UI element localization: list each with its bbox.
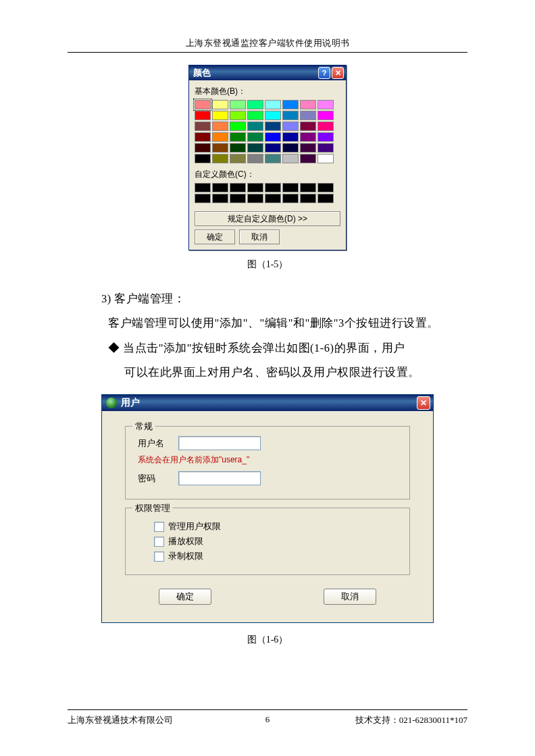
username-input[interactable] [178,436,261,450]
section-3-heading: 3) 客户端管理： [101,287,453,311]
color-swatch[interactable] [247,111,263,120]
color-swatch[interactable] [212,122,228,131]
color-swatch[interactable] [282,122,299,131]
color-swatch[interactable] [317,154,334,163]
color-swatch[interactable] [317,132,334,142]
user-dialog: 用户 ✕ 常规 用户名 系统会在用户名前添加"usera_" 密码 权限管理 [101,394,434,623]
custom-color-swatch[interactable] [247,183,263,192]
color-swatch[interactable] [300,122,316,131]
color-swatch[interactable] [265,132,281,142]
user-ok-button[interactable]: 确定 [159,589,211,605]
footer-page-number: 6 [68,714,467,725]
color-swatch[interactable] [282,100,299,109]
user-dialog-icon [106,398,117,408]
username-hint: 系统会在用户名前添加"usera_" [138,454,397,466]
color-swatch[interactable] [265,143,281,153]
color-swatch[interactable] [212,111,228,120]
color-swatch[interactable] [195,154,211,163]
bullet-1-line2: 可以在此界面上对用户名、密码以及用户权限进行设置。 [124,360,453,385]
color-swatch[interactable] [282,132,299,142]
color-swatch[interactable] [282,143,299,153]
custom-color-swatch[interactable] [212,194,228,203]
user-dialog-titlebar: 用户 ✕ [102,395,433,411]
custom-color-swatch[interactable] [300,183,316,192]
custom-color-swatch[interactable] [300,194,316,203]
color-swatch[interactable] [247,154,263,163]
color-dialog-title: 颜色 [193,67,211,79]
custom-color-swatch[interactable] [317,183,334,192]
color-swatch[interactable] [300,154,316,163]
color-swatch[interactable] [195,143,211,153]
color-swatch[interactable] [230,154,246,163]
footer-divider [68,709,467,710]
header-divider [68,52,467,53]
custom-color-swatch[interactable] [282,194,299,203]
color-swatch[interactable] [212,143,228,153]
help-button[interactable]: ? [318,67,330,79]
password-input[interactable] [178,471,261,485]
color-swatch[interactable] [317,122,334,131]
custom-colors-label: 自定义颜色(C)： [195,169,340,180]
color-swatch[interactable] [230,111,246,120]
custom-color-swatch[interactable] [212,183,228,192]
custom-color-swatch[interactable] [265,183,281,192]
color-swatch[interactable] [247,122,263,131]
color-swatch[interactable] [195,122,211,131]
basic-colors-label: 基本颜色(B)： [195,86,340,97]
custom-color-swatch[interactable] [195,183,211,192]
user-cancel-button[interactable]: 取消 [324,589,376,605]
color-swatch[interactable] [195,132,211,142]
playback-checkbox[interactable] [154,537,164,547]
color-swatch[interactable] [230,132,246,142]
user-dialog-title: 用户 [121,397,140,409]
color-ok-button[interactable]: 确定 [195,230,235,244]
color-swatch[interactable] [300,143,316,153]
color-swatch[interactable] [195,100,211,109]
basic-colors-grid [195,100,340,163]
username-label: 用户名 [138,437,178,450]
color-swatch[interactable] [247,132,263,142]
custom-color-swatch[interactable] [282,183,299,192]
color-swatch[interactable] [212,100,228,109]
color-dialog-titlebar: 颜色 ? ✕ [189,65,346,80]
record-checkbox[interactable] [154,551,164,562]
color-swatch[interactable] [317,100,334,109]
close-button[interactable]: ✕ [332,67,344,79]
color-swatch[interactable] [282,154,299,163]
custom-color-swatch[interactable] [230,194,246,203]
color-swatch[interactable] [247,143,263,153]
color-swatch[interactable] [300,132,316,142]
color-swatch[interactable] [300,100,316,109]
color-cancel-button[interactable]: 取消 [239,230,280,244]
color-swatch[interactable] [247,100,263,109]
custom-color-swatch[interactable] [247,194,263,203]
color-swatch[interactable] [230,122,246,131]
custom-color-swatch[interactable] [230,183,246,192]
color-swatch[interactable] [265,122,281,131]
color-swatch[interactable] [317,143,334,153]
color-swatch[interactable] [300,111,316,120]
custom-color-swatch[interactable] [195,194,211,203]
color-swatch[interactable] [195,111,211,120]
define-custom-color-button[interactable]: 规定自定义颜色(D) >> [195,211,340,226]
playback-label: 播放权限 [168,535,203,547]
color-swatch[interactable] [212,154,228,163]
color-swatch[interactable] [265,154,281,163]
color-swatch[interactable] [282,111,299,120]
custom-color-swatch[interactable] [265,194,281,203]
custom-colors-grid [195,183,340,203]
color-swatch[interactable] [317,111,334,120]
bullet-1-line1: ◆ 当点击"添加"按钮时系统会弹出如图(1-6)的界面，用户 [108,336,453,360]
manage-users-checkbox[interactable] [154,522,164,532]
color-swatch[interactable] [230,100,246,109]
color-swatch[interactable] [265,100,281,109]
paragraph-1: 客户端管理可以使用"添加"、"编辑"和"删除"3个按钮进行设置。 [108,311,453,335]
color-swatch[interactable] [265,111,281,120]
manage-users-label: 管理用户权限 [168,520,221,533]
figure-1-5-caption: 图（1-5） [68,259,467,271]
user-dialog-close-button[interactable]: ✕ [417,396,430,410]
record-label: 录制权限 [168,550,203,562]
color-swatch[interactable] [212,132,228,142]
color-swatch[interactable] [230,143,246,153]
custom-color-swatch[interactable] [317,194,334,203]
